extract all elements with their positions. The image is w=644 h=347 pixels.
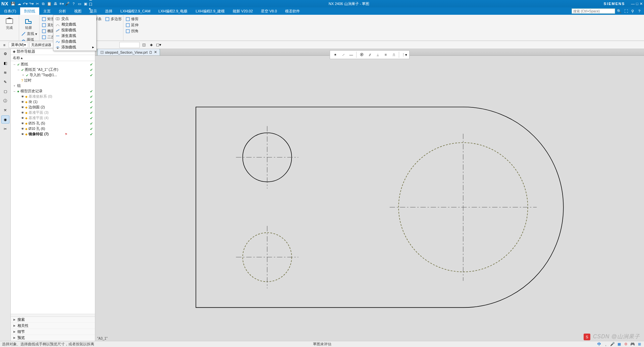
mic-icon[interactable]: 🎤 [65,1,70,6]
fullscreen-icon[interactable]: ⛶ [623,8,629,14]
dd-intersect-curve[interactable]: 相交曲线 [53,21,96,27]
ribbon-cmd[interactable]: 修剪 [125,16,145,22]
undo-icon[interactable]: ↶▾ [22,1,28,6]
svg-rect-14 [126,17,129,21]
menu-item-3[interactable]: 分析 [55,7,70,15]
menu-item-12[interactable]: 模圣软件 [281,7,304,15]
list-icon[interactable]: ≡ [1,42,7,48]
scope-select[interactable] [119,42,140,48]
menu-item-9[interactable]: LXH编程2.9_建模 [192,7,229,15]
window1-icon[interactable]: ▭ [77,1,82,6]
profile-button[interactable]: 轮廓 [21,15,36,30]
menu-item-1[interactable]: 剖切线 [20,7,39,15]
search-input[interactable] [572,8,615,14]
ribbon-cmd[interactable]: 多边形 [105,16,122,22]
menu-item-6[interactable]: 选择 [101,7,116,15]
dd-project[interactable]: 投影曲线 [53,27,96,33]
selection-toolbar: ≡ 菜单(M) ▾ ◫ ◈ ▢▾ [0,41,644,49]
sel-ic1[interactable]: ◫ [141,42,147,48]
search-area: 🔍 ⛶ ⚲ ? [572,8,644,14]
svg-rect-3 [42,23,46,27]
svg-rect-2 [42,17,46,21]
line-button[interactable]: 直线▾ [21,31,37,37]
zoom-icon[interactable]: ⚲ [630,8,635,14]
cloud-icon[interactable]: ☁ [16,1,22,6]
ribbon-group-finish: 完成 [0,15,19,41]
menu-item-4[interactable]: 视图 [70,7,86,15]
svg-rect-0 [6,19,13,23]
svg-rect-13 [106,17,109,21]
paste-icon[interactable]: 📋 [47,1,52,6]
menu-item-7[interactable]: LXH编程2.9_CAM [116,7,154,15]
finish-button[interactable]: 完成 [2,15,17,30]
dd-derive-line[interactable]: 派生直线 [53,33,96,39]
menu-item-8[interactable]: LXH编程2.9_电极 [154,7,192,15]
ribbon-cmd[interactable]: 拐角 [125,28,145,34]
menu-bar: 任务(T)剖切线主页分析视图显示选择LXH编程2.9_CAMLXH编程2.9_电… [0,7,644,15]
menu-item-2[interactable]: 主页 [39,7,55,15]
help-icon[interactable]: ? [637,8,642,14]
svg-rect-4 [42,30,46,33]
menu-item-0[interactable]: 任务(T) [0,7,20,15]
search-icon[interactable]: 🔍 [616,8,622,14]
app-logo: NX [1,1,8,6]
redo-icon[interactable]: ↷▾ [29,1,34,6]
svg-line-1 [22,32,25,36]
print-icon[interactable]: 🖶 [53,1,58,6]
maximize-icon[interactable]: □ [636,2,638,6]
window-title: NX 2406 山涧果子 - 草图 [94,1,603,6]
window-dropdown[interactable]: 窗口▾ [89,1,94,6]
dd-fit-curve[interactable]: 拟合曲线 [53,39,96,44]
dd-add-curve[interactable]: +添加曲线▸ [53,44,96,49]
menu-dropdown[interactable]: 菜单(M) ▾ [9,42,28,48]
ribbon-group-edit: 修剪延伸拐角 [123,15,147,41]
menu-item-10[interactable]: 能新 V20.02 [229,7,257,15]
question-icon[interactable]: ？ [71,1,76,6]
render-icon[interactable]: ✳▾ [59,1,64,6]
brand-label: SIEMENS [604,2,625,6]
sel-ic3[interactable]: ▢▾ [156,42,162,48]
close-icon[interactable]: ✕ [640,2,643,6]
title-bar: NX 💾 ☁ ↶▾ ↷▾ ✂ ⧉ 📋 🖶 ✳▾ 🎤 ？ ▭ ▣ 窗口▾ NX 2… [0,0,644,7]
ribbon-cmd[interactable]: 延伸 [125,22,145,28]
svg-rect-5 [42,36,46,39]
window2-icon[interactable]: ▣ [83,1,88,6]
sel-ic2[interactable]: ◈ [148,42,154,48]
cut-icon[interactable]: ✂ [35,1,40,6]
quick-access-toolbar: 💾 ☁ ↶▾ ↷▾ ✂ ⧉ 📋 🖶 ✳▾ 🎤 ？ ▭ ▣ 窗口▾ [10,1,94,6]
ribbon-overflow-dropdown: 交点 相交曲线 投影曲线 派生直线 拟合曲线 +添加曲线▸ [53,15,97,49]
save-icon[interactable]: 💾 [10,1,16,6]
dd-intersect[interactable]: 交点 [53,16,96,21]
svg-rect-15 [126,23,129,27]
menu-item-11[interactable]: 星空 V8.0 [257,7,281,15]
svg-rect-16 [126,30,129,33]
ribbon-group-profile: 轮廓 直线▾ 圆弧 [19,15,40,41]
copy-icon[interactable]: ⧉ [41,1,46,6]
minimize-icon[interactable]: ― [631,2,635,6]
svg-text:+: + [57,46,59,49]
window-controls: ― □ ✕ [631,2,643,6]
ribbon: 完成 轮廓 直线▾ 圆弧 矩形直线椭圆二次曲线阵列 圆点槽偏置镜像 样条 多边形… [0,15,644,41]
